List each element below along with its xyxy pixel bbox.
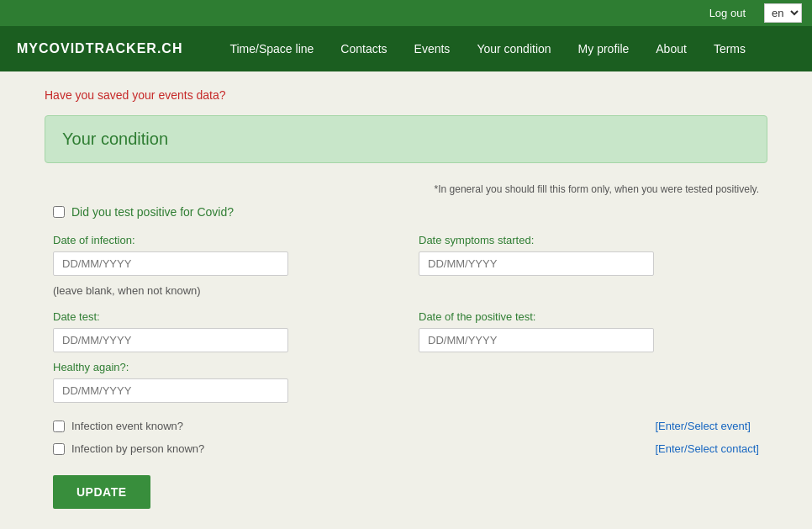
- covid-check-label: Did you test positive for Covid?: [71, 205, 234, 219]
- update-button[interactable]: UPDATE: [53, 475, 150, 509]
- date-test-input[interactable]: [53, 328, 288, 352]
- update-button-wrapper: UPDATE: [53, 475, 759, 509]
- top-bar: Log out en de fr it: [0, 0, 812, 26]
- infection-person-checkbox[interactable]: [53, 443, 65, 455]
- date-infection-label: Date of infection:: [53, 234, 393, 246]
- nav-links: Time/Space line Contacts Events Your con…: [216, 27, 759, 71]
- main-content: Have you saved your events data? Your co…: [28, 88, 784, 509]
- covid-positive-checkbox[interactable]: [53, 206, 65, 218]
- date-symptoms-label: Date symptoms started:: [419, 234, 759, 246]
- date-row-2: Date test: Date of the positive test:: [53, 310, 759, 352]
- nav-contacts[interactable]: Contacts: [327, 27, 400, 71]
- nav-bar: MYCOVIDTRACKER.CH Time/Space line Contac…: [0, 26, 812, 71]
- logout-button[interactable]: Log out: [699, 3, 756, 23]
- nav-profile[interactable]: My profile: [565, 27, 643, 71]
- enter-select-event-link[interactable]: [Enter/Select event]: [655, 420, 759, 432]
- language-select[interactable]: en de fr it: [764, 3, 802, 23]
- healthy-group: Healthy again?:: [53, 361, 759, 403]
- nav-events[interactable]: Events: [401, 27, 464, 71]
- date-positive-label: Date of the positive test:: [419, 310, 759, 323]
- site-logo: MYCOVIDTRACKER.CH: [17, 41, 182, 56]
- infection-event-checkbox[interactable]: [53, 421, 65, 432]
- infection-person-label: Infection by person known?: [71, 442, 204, 455]
- date-test-label: Date test:: [53, 310, 393, 323]
- form-note: *In general you should fill this form on…: [53, 183, 759, 195]
- date-symptoms-group: Date symptoms started:: [419, 234, 759, 276]
- date-positive-input[interactable]: [419, 328, 654, 352]
- nav-timespace[interactable]: Time/Space line: [216, 27, 327, 71]
- date-row-1: Date of infection: Date symptoms started…: [53, 234, 759, 276]
- date-test-group: Date test:: [53, 310, 393, 352]
- nav-terms[interactable]: Terms: [700, 27, 759, 71]
- links-col: [Enter/Select event] [Enter/Select conta…: [655, 420, 759, 455]
- infection-event-row: Infection event known?: [53, 420, 204, 432]
- healthy-input[interactable]: [53, 378, 288, 403]
- nav-about[interactable]: About: [642, 27, 700, 71]
- infection-person-row: Infection by person known?: [53, 442, 204, 455]
- section-title: Your condition: [62, 130, 750, 149]
- condition-form: *In general you should fill this form on…: [45, 183, 767, 509]
- infection-event-label: Infection event known?: [71, 420, 183, 432]
- date-symptoms-input[interactable]: [419, 251, 654, 276]
- date-infection-input[interactable]: [53, 251, 288, 276]
- date-positive-group: Date of the positive test:: [419, 310, 759, 352]
- alert-message: Have you saved your events data?: [45, 88, 767, 102]
- healthy-label: Healthy again?:: [53, 361, 759, 373]
- section-box: Your condition: [45, 115, 767, 163]
- enter-select-contact-link[interactable]: [Enter/Select contact]: [655, 442, 759, 455]
- checkboxes-links-row: Infection event known? Infection by pers…: [53, 420, 759, 455]
- covid-check-row: Did you test positive for Covid?: [53, 205, 759, 219]
- date-row-3: Healthy again?:: [53, 361, 759, 403]
- date-infection-group: Date of infection:: [53, 234, 393, 276]
- leave-blank-note: (leave blank, when not known): [53, 284, 759, 297]
- checkboxes-col: Infection event known? Infection by pers…: [53, 420, 204, 455]
- nav-condition[interactable]: Your condition: [463, 27, 564, 71]
